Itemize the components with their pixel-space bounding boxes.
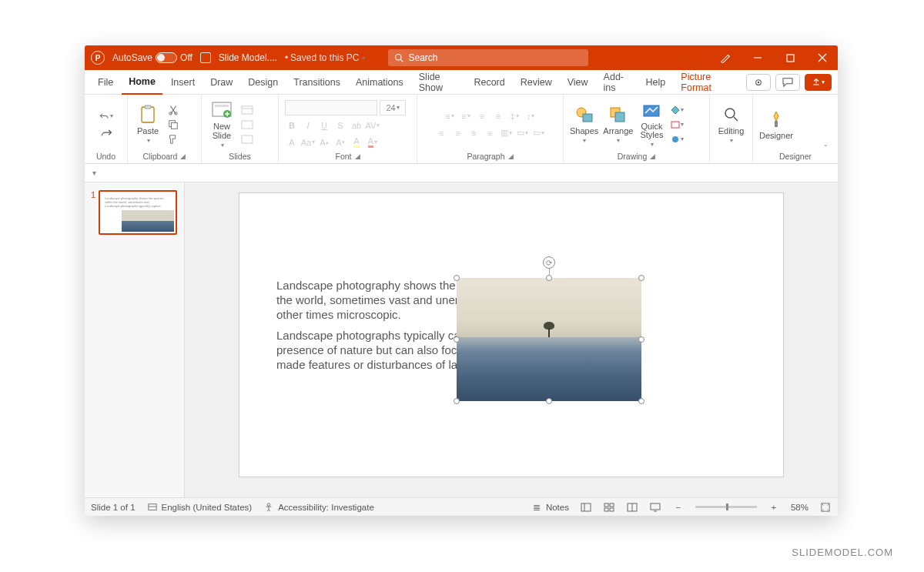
grow-font-button[interactable]: A▴ [317, 135, 331, 149]
align-left-button[interactable]: ≡ [435, 126, 449, 140]
dialog-launcher-icon[interactable]: ◢ [355, 152, 360, 160]
paste-button[interactable]: Paste▾ [134, 105, 162, 144]
tab-help[interactable]: Help [639, 70, 673, 95]
font-family-combo[interactable] [285, 100, 377, 115]
normal-view-button[interactable] [580, 502, 592, 513]
dialog-launcher-icon[interactable]: ◢ [180, 152, 186, 160]
save-status[interactable]: • Saved to this PC ▾ [285, 52, 366, 63]
resize-handle[interactable] [638, 275, 644, 281]
tab-record[interactable]: Record [467, 70, 511, 95]
text-direction-button[interactable]: ↕▾ [524, 109, 537, 123]
resize-handle[interactable] [454, 398, 460, 404]
font-color-button[interactable]: A▾ [366, 135, 380, 149]
underline-button[interactable]: U [317, 119, 331, 132]
zoom-out-button[interactable]: − [672, 502, 685, 513]
selected-picture[interactable]: ⟳ [457, 278, 641, 401]
shape-effects-button[interactable]: ▾ [670, 133, 684, 146]
draw-mode-icon[interactable] [710, 45, 741, 70]
quick-styles-button[interactable]: Quick Styles▾ [638, 101, 665, 148]
shapes-button[interactable]: Shapes▾ [570, 105, 598, 144]
bullets-button[interactable]: ≡▾ [443, 109, 457, 123]
maximize-button[interactable] [775, 45, 805, 70]
reset-button[interactable] [240, 119, 254, 131]
numbering-button[interactable]: ≡▾ [459, 109, 473, 123]
resize-handle[interactable] [546, 275, 552, 281]
rotate-handle-icon[interactable]: ⟳ [543, 256, 555, 269]
language-button[interactable]: English (United States) [146, 502, 253, 513]
resize-handle[interactable] [454, 336, 460, 343]
justify-button[interactable]: ≡ [484, 126, 497, 140]
designer-button[interactable]: Designer [759, 109, 793, 140]
zoom-in-button[interactable]: + [768, 502, 780, 513]
sorter-view-button[interactable] [603, 502, 615, 513]
columns-button[interactable]: ▥▾ [500, 126, 514, 140]
tab-addins[interactable]: Add-ins [597, 70, 638, 95]
italic-button[interactable]: I [301, 119, 315, 132]
tab-transitions[interactable]: Transitions [286, 70, 347, 95]
indent-dec-button[interactable]: ≡ [475, 109, 489, 123]
save-icon[interactable] [200, 52, 211, 63]
tab-view[interactable]: View [561, 70, 595, 95]
minimize-button[interactable] [742, 45, 773, 70]
strikethrough-button[interactable]: S [333, 119, 347, 132]
section-button[interactable] [240, 133, 254, 146]
fit-window-button[interactable] [819, 502, 832, 513]
shadow-button[interactable]: ab [350, 119, 363, 132]
change-case-button[interactable]: Aa▾ [301, 135, 315, 149]
highlight-button[interactable]: A [350, 135, 363, 149]
align-center-button[interactable]: ≡ [451, 126, 465, 140]
bold-button[interactable]: B [285, 119, 299, 132]
comments-button[interactable] [775, 74, 800, 91]
shape-fill-button[interactable]: ▾ [670, 104, 684, 116]
smartart-button[interactable]: ▭▾ [532, 126, 546, 140]
ribbon-collapse-icon[interactable]: ⌄ [820, 138, 832, 151]
dialog-launcher-icon[interactable]: ◢ [508, 152, 514, 160]
layout-button[interactable] [240, 104, 254, 116]
clear-format-button[interactable]: A [285, 135, 299, 149]
slide-thumbnail-1[interactable]: Landscape photography shows the spaces w… [99, 190, 177, 235]
dialog-launcher-icon[interactable]: ◢ [650, 152, 655, 160]
copy-button[interactable] [166, 119, 180, 131]
tab-review[interactable]: Review [514, 70, 559, 95]
font-size-combo[interactable]: 24▾ [380, 100, 406, 115]
tab-file[interactable]: File [91, 70, 120, 95]
tab-draw[interactable]: Draw [203, 70, 239, 95]
slideshow-view-button[interactable] [649, 502, 661, 513]
reading-view-button[interactable] [626, 502, 638, 513]
shape-outline-button[interactable]: ▾ [670, 119, 684, 131]
arrange-button[interactable]: Arrange▾ [603, 105, 633, 144]
line-spacing-button[interactable]: ‡▾ [507, 109, 521, 123]
close-button[interactable] [807, 45, 838, 70]
format-painter-button[interactable] [166, 133, 180, 146]
resize-handle[interactable] [638, 336, 644, 343]
editing-button[interactable]: Editing▾ [718, 105, 745, 144]
tab-slide-show[interactable]: Slide Show [412, 70, 466, 95]
resize-handle[interactable] [454, 275, 460, 281]
share-button[interactable]: ▾ [805, 74, 832, 91]
tab-insert[interactable]: Insert [164, 70, 202, 95]
notes-button[interactable]: ≣ Notes [531, 502, 569, 513]
search-box[interactable]: Search [388, 49, 588, 66]
tab-home[interactable]: Home [122, 70, 162, 95]
slide-canvas-area[interactable]: Landscape photography shows the spaces w… [185, 182, 838, 497]
autosave-toggle[interactable]: AutoSave Off [112, 52, 192, 63]
redo-button[interactable] [99, 127, 113, 139]
align-right-button[interactable]: ≡ [467, 126, 481, 140]
tab-animations[interactable]: Animations [349, 70, 410, 95]
shrink-font-button[interactable]: A▾ [333, 135, 347, 149]
resize-handle[interactable] [638, 398, 644, 404]
resize-handle[interactable] [546, 398, 552, 404]
zoom-slider[interactable] [695, 506, 757, 508]
tab-design[interactable]: Design [241, 70, 285, 95]
tab-picture-format[interactable]: Picture Format [674, 70, 740, 95]
align-text-button[interactable]: ▭▾ [516, 126, 530, 140]
undo-button[interactable]: ▾ [99, 110, 113, 122]
accessibility-button[interactable]: Accessibility: Investigate [263, 502, 374, 513]
qat-dropdown-icon[interactable]: ▾ [92, 169, 96, 177]
new-slide-button[interactable]: New Slide▾ [208, 100, 236, 149]
indent-inc-button[interactable]: ≡ [491, 109, 505, 123]
zoom-level[interactable]: 58% [791, 503, 808, 512]
slide-counter[interactable]: Slide 1 of 1 [91, 503, 136, 512]
camera-button[interactable] [746, 74, 771, 91]
char-spacing-button[interactable]: AV▾ [366, 119, 380, 132]
